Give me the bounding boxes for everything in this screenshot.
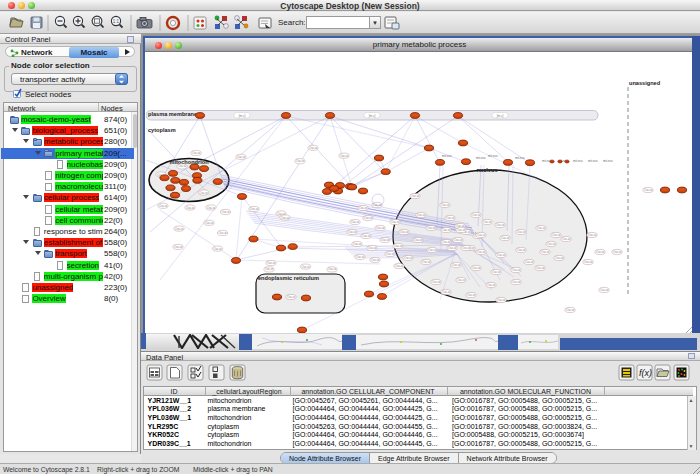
svg-text:Oac-w: Oac-w (159, 204, 168, 208)
svg-text:Oac-w: Oac-w (525, 260, 534, 264)
svg-text:Oac-w: Oac-w (537, 226, 546, 230)
svg-text:Oac-w: Oac-w (441, 203, 450, 207)
svg-text:Oac-w: Oac-w (218, 231, 227, 235)
svg-text:Oac-w: Oac-w (452, 263, 461, 267)
svg-text:Oac-w: Oac-w (483, 220, 492, 224)
svg-text:Oac-w: Oac-w (376, 226, 385, 230)
svg-text:[m-c]: [m-c] (239, 114, 246, 118)
svg-text:Oac-w: Oac-w (348, 230, 357, 234)
svg-text:nucleus: nucleus (476, 167, 497, 173)
svg-text:Oac-w: Oac-w (517, 230, 526, 234)
svg-text:Oac-w: Oac-w (472, 213, 481, 217)
svg-text:Oac-w: Oac-w (237, 155, 246, 159)
svg-text:Oac-w: Oac-w (309, 146, 318, 150)
svg-text:Oac-w: Oac-w (414, 238, 423, 242)
svg-text:Oac-w: Oac-w (547, 242, 556, 246)
svg-text:Oac-w: Oac-w (442, 228, 451, 232)
svg-text:Oac-w: Oac-w (588, 233, 597, 237)
svg-text:Oac-w: Oac-w (192, 151, 201, 155)
svg-text:Oac-w: Oac-w (362, 234, 371, 238)
svg-text:Oac-w: Oac-w (265, 267, 274, 271)
svg-text:unassigned: unassigned (629, 80, 661, 86)
svg-text:Oac-w: Oac-w (205, 221, 214, 225)
svg-text:Oac-w: Oac-w (512, 268, 521, 272)
svg-text:Oac-w: Oac-w (596, 250, 605, 254)
svg-text:Oac-w: Oac-w (359, 206, 368, 210)
svg-text:Oac-w: Oac-w (296, 159, 305, 163)
svg-text:Oac-w: Oac-w (178, 164, 187, 168)
svg-text:Oac-w: Oac-w (221, 210, 230, 214)
svg-text:Oac-w: Oac-w (477, 250, 486, 254)
svg-text:Oac-w: Oac-w (391, 220, 400, 224)
svg-text:Oac-w: Oac-w (477, 233, 486, 237)
svg-text:Oac-w: Oac-w (351, 220, 360, 224)
svg-text:Oac-w: Oac-w (512, 280, 521, 284)
svg-text:Oac-w: Oac-w (454, 238, 463, 242)
svg-text:Oac-w: Oac-w (281, 216, 290, 220)
svg-text:Oac-w: Oac-w (496, 223, 505, 227)
svg-text:Oac-w: Oac-w (394, 244, 403, 248)
svg-text:Oac-w: Oac-w (613, 250, 622, 254)
svg-text:Oac-w: Oac-w (199, 191, 208, 195)
svg-text:Oac-w: Oac-w (386, 252, 395, 256)
svg-text:Oac-w: Oac-w (600, 288, 609, 292)
svg-text:Oac-w: Oac-w (267, 261, 276, 265)
svg-text:Oac-w: Oac-w (562, 237, 571, 241)
svg-text:Oac-w: Oac-w (432, 280, 441, 284)
svg-text:Oac-w: Oac-w (404, 256, 413, 260)
svg-text:Oac-w: Oac-w (175, 227, 184, 231)
svg-text:Oac-w: Oac-w (364, 216, 373, 220)
svg-text:Oac-w: Oac-w (411, 194, 420, 198)
svg-text:1:1: 1:1 (113, 19, 120, 24)
svg-text:Oac-w: Oac-w (356, 255, 365, 259)
svg-text:Oac-w: Oac-w (422, 260, 431, 264)
svg-text:Oac-w: Oac-w (368, 246, 377, 250)
svg-text:endoplasmic reticulum: endoplasmic reticulum (258, 275, 319, 281)
svg-text:f(x): f(x) (639, 368, 652, 378)
svg-text:Oac-w: Oac-w (250, 207, 259, 211)
svg-text:Oac-w: Oac-w (536, 266, 545, 270)
svg-text:Oac-w: Oac-w (472, 266, 481, 270)
svg-text:mit-nuc: mit-nuc (573, 159, 583, 163)
svg-text:Oac-w: Oac-w (186, 206, 195, 210)
svg-text:Oac-w: Oac-w (487, 283, 496, 287)
svg-text:plasma membrane: plasma membrane (148, 111, 197, 117)
svg-text:Oac-w: Oac-w (497, 253, 506, 257)
svg-text:Oac-w: Oac-w (395, 264, 404, 268)
svg-text:Oac-w: Oac-w (400, 230, 409, 234)
svg-text:Oac-w: Oac-w (442, 240, 451, 244)
svg-text:Oac-w: Oac-w (446, 216, 455, 220)
svg-text:Oac-w: Oac-w (644, 188, 653, 192)
svg-text:mit-nuc: mit-nuc (515, 156, 525, 160)
svg-text:Oac-w: Oac-w (174, 245, 183, 249)
svg-text:Oac-w: Oac-w (448, 246, 457, 250)
svg-text:Oac-w: Oac-w (584, 260, 593, 264)
svg-text:Oac-w: Oac-w (541, 250, 550, 254)
svg-text:Oac-w: Oac-w (517, 248, 526, 252)
svg-text:Oac-w: Oac-w (301, 265, 310, 269)
svg-text:mitochondrion: mitochondrion (169, 159, 209, 165)
svg-text:Oac-w: Oac-w (457, 228, 466, 232)
svg-text:Oac-w: Oac-w (381, 238, 390, 242)
svg-text:Oac-w: Oac-w (555, 256, 564, 260)
svg-text:Oac-w: Oac-w (457, 278, 466, 282)
svg-text:Oac-w: Oac-w (417, 213, 426, 217)
svg-text:Oac-w: Oac-w (442, 290, 451, 294)
svg-text:mit-nuc: mit-nuc (588, 159, 598, 163)
svg-text:Oac-w: Oac-w (340, 154, 349, 158)
svg-text:Oac-w: Oac-w (207, 206, 216, 210)
svg-text:Oac-w: Oac-w (501, 236, 510, 240)
svg-text:mit-nuc: mit-nuc (488, 154, 498, 158)
svg-text:Oac-w: Oac-w (462, 246, 471, 250)
svg-text:mit-nuc: mit-nuc (476, 156, 486, 160)
svg-text:Oac-w: Oac-w (213, 247, 222, 251)
svg-text:[m-c]: [m-c] (369, 114, 376, 118)
svg-text:cytoplasm: cytoplasm (148, 127, 176, 133)
svg-text:Oac-w: Oac-w (427, 226, 436, 230)
svg-text:Oac-w: Oac-w (287, 295, 296, 299)
svg-text:Oac-w: Oac-w (552, 233, 561, 237)
svg-text:Oac-w: Oac-w (492, 270, 501, 274)
svg-text:mit-nuc: mit-nuc (603, 159, 613, 163)
svg-text:Oac-w: Oac-w (371, 258, 380, 262)
svg-text:[m-c]: [m-c] (497, 114, 504, 118)
